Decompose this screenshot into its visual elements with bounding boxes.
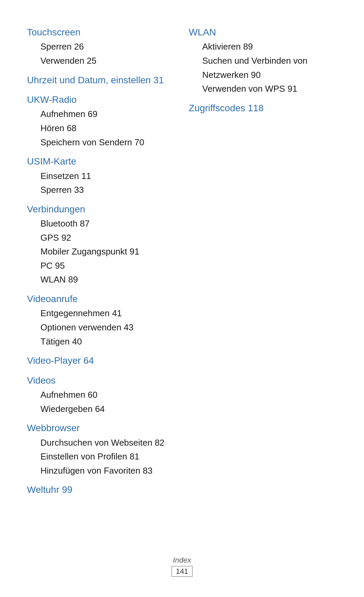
index-subitem: Bluetooth 87 bbox=[27, 217, 175, 231]
index-heading: Weltuhr 99 bbox=[27, 484, 175, 496]
index-heading: WLAN bbox=[189, 26, 337, 38]
index-subitem: Verwenden 25 bbox=[27, 54, 175, 68]
right-column: WLANAktivieren 89Suchen und Verbinden vo… bbox=[189, 20, 337, 116]
index-subitem: Tätigen 40 bbox=[27, 335, 175, 349]
index-heading: Verbindungen bbox=[27, 203, 175, 215]
index-subitem: Optionen verwenden 43 bbox=[27, 321, 175, 335]
index-subitem: Durchsuchen von Webseiten 82 bbox=[27, 436, 175, 450]
index-subitem: Verwenden von WPS 91 bbox=[189, 82, 337, 96]
index-subitem: Sperren 26 bbox=[27, 40, 175, 54]
index-heading: Videos bbox=[27, 375, 175, 387]
index-subitem: Aufnehmen 69 bbox=[27, 107, 175, 121]
index-heading: Videoanrufe bbox=[27, 293, 175, 305]
index-subitem: Entgegennehmen 41 bbox=[27, 306, 175, 321]
page-footer: Index 141 bbox=[0, 556, 364, 577]
index-subitem: Sperren 33 bbox=[27, 183, 175, 197]
index-heading: Video-Player 64 bbox=[27, 355, 175, 367]
footer-label: Index bbox=[0, 556, 364, 565]
index-heading: Webbrowser bbox=[27, 422, 175, 434]
index-subitem: Aktivieren 89 bbox=[189, 40, 337, 54]
index-subitem: Einstellen von Profilen 81 bbox=[27, 450, 175, 464]
index-content: TouchscreenSperren 26Verwenden 25Uhrzeit… bbox=[27, 20, 337, 498]
index-subitem: Suchen und Verbinden von Netzwerken 90 bbox=[189, 54, 337, 82]
index-heading: Uhrzeit und Datum, einstellen 31 bbox=[27, 74, 175, 86]
index-heading: UKW-Radio bbox=[27, 94, 175, 106]
index-subitem: Aufnehmen 60 bbox=[27, 388, 175, 402]
index-heading: Touchscreen bbox=[27, 26, 175, 38]
index-subitem: Hören 68 bbox=[27, 121, 175, 136]
index-subitem: Hinzufügen von Favoriten 83 bbox=[27, 464, 175, 478]
index-subitem: Einsetzen 11 bbox=[27, 169, 175, 183]
index-subitem: Speichern von Sendern 70 bbox=[27, 136, 175, 150]
index-subitem: Wiedergeben 64 bbox=[27, 402, 175, 416]
footer-page: 141 bbox=[172, 566, 193, 577]
index-subitem: PC 95 bbox=[27, 259, 175, 273]
index-heading: USIM-Karte bbox=[27, 155, 175, 168]
left-column: TouchscreenSperren 26Verwenden 25Uhrzeit… bbox=[27, 20, 175, 498]
index-heading: Zugriffscodes 118 bbox=[189, 102, 337, 114]
index-subitem: Mobiler Zugangspunkt 91 bbox=[27, 245, 175, 259]
index-subitem: WLAN 89 bbox=[27, 273, 175, 287]
index-subitem: GPS 92 bbox=[27, 231, 175, 245]
